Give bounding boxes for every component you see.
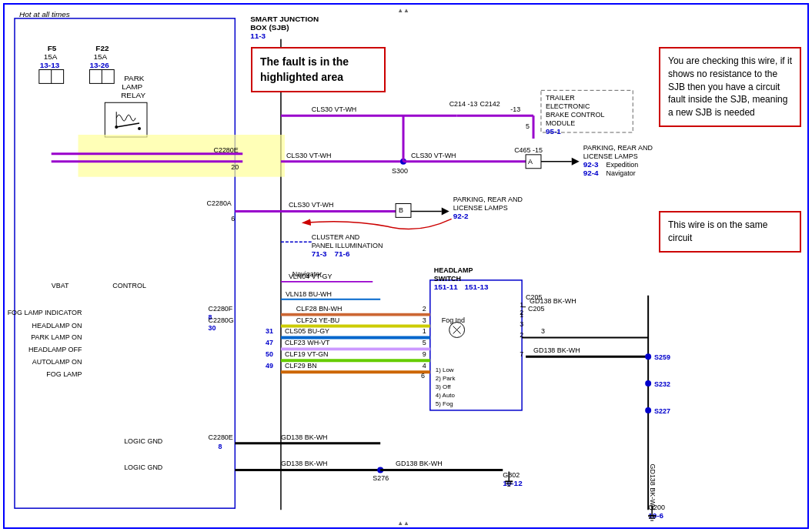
c2280g-label: C2280G xyxy=(209,316,234,324)
f22-ref: 13-26 xyxy=(89,61,109,69)
svg-point-11 xyxy=(115,125,118,129)
c205-pin1: 1 xyxy=(520,301,523,309)
checking-wire-annotation-text: You are checking this wire, if it shows … xyxy=(668,55,792,118)
s300-label: S300 xyxy=(392,167,408,175)
c2280e-pin: 20 xyxy=(231,163,239,171)
headlamp-switch-ref2: 151-13 xyxy=(465,283,489,291)
parking-lamps-a-vehicle1: Expedition xyxy=(606,161,638,169)
switch-pos2: 2) Park xyxy=(436,375,456,382)
park-lamp-on-label: PARK LAMP ON xyxy=(31,333,82,341)
switch-pin7: 7 xyxy=(520,350,523,358)
fault-annotation-box: The fault is in the highlighted area xyxy=(251,47,386,92)
highlight-area xyxy=(79,135,285,177)
c2280e-bottom-label: C2280E xyxy=(209,433,233,441)
vln18-label: VLN18 BU-WH xyxy=(286,290,332,298)
svg-rect-8 xyxy=(105,102,147,137)
clf29-pin-right: 4 xyxy=(423,362,426,370)
sjb-ref: 11-3 xyxy=(250,32,266,40)
b-connector: B xyxy=(399,206,403,214)
relay-label: PARK xyxy=(124,74,145,82)
c2142-pin5: 5 xyxy=(526,122,530,130)
vbat-label: VBAT xyxy=(52,282,69,289)
g302-ref: 10-12 xyxy=(503,479,523,487)
gd138-label-top: GD138 BK-WH xyxy=(530,297,576,305)
g302-label: G302 xyxy=(503,471,520,479)
clf19-pin-right: 9 xyxy=(423,350,426,358)
s227-splice xyxy=(645,407,651,413)
f5-rating: 15A xyxy=(44,52,58,61)
same-circuit-annotation-text: This wire is on the same circuit xyxy=(668,219,767,243)
clf24-pin: 3 xyxy=(423,316,426,324)
clf28-label: CLF28 BN-WH xyxy=(296,305,343,313)
c2142-pin: -13 xyxy=(510,105,520,113)
outer-border: ▲▲ ▲▲ Hot at all times SMART JUNCTION BO… xyxy=(3,3,809,529)
trailer-brake-label3: BRAKE CONTROL xyxy=(546,111,605,119)
gd138-bottom3-label: GD138 BK-WH xyxy=(396,460,443,467)
cluster-ref2: 71-6 xyxy=(335,249,350,258)
parking-lamps-a-ref1: 92-3 xyxy=(583,160,599,169)
headlamp-switch-label: HEADLAMP xyxy=(434,266,473,274)
parking-lamps-b-label2: LICENSE LAMPS xyxy=(453,204,508,212)
clf19-label: CLF19 VT-GN xyxy=(285,350,329,358)
svg-point-12 xyxy=(138,127,141,130)
trailer-brake-label1: TRAILER xyxy=(546,94,575,102)
svg-text:▲▲: ▲▲ xyxy=(397,520,409,527)
parking-lamps-b-ref: 92-2 xyxy=(453,212,469,220)
control-label: CONTROL xyxy=(112,282,146,289)
parking-lamps-b-label1: PARKING, REAR AND xyxy=(453,196,523,203)
c205-right-label: C205 xyxy=(528,305,544,313)
wire-cls30-a: CLS30 VT-WH xyxy=(289,201,334,209)
c2280e-label: C2280E xyxy=(213,146,238,154)
wire-cls30-label2: CLS30 VT-WH xyxy=(411,152,456,159)
parking-lamps-a-vehicle2: Navigator xyxy=(606,169,635,177)
s259-splice xyxy=(645,353,651,360)
clf23-pin-left: 47 xyxy=(266,339,273,346)
c2280a-label: C2280A xyxy=(207,199,232,207)
same-circuit-annotation-box: This wire is on the same circuit xyxy=(659,211,801,253)
s232-splice xyxy=(645,380,651,386)
svg-marker-19 xyxy=(572,158,580,166)
cls05-pin-left: 31 xyxy=(266,327,273,335)
fog-lamp-indicator-label: FOG LAMP INDICATOR xyxy=(8,309,82,316)
f5-ref: 13-13 xyxy=(40,61,60,69)
svg-marker-29 xyxy=(442,207,449,215)
s259-label: S259 xyxy=(654,353,670,361)
c465-a: A xyxy=(528,158,533,166)
switch-right-2: 3 xyxy=(520,320,523,328)
switch-pos4: 4) Auto xyxy=(436,392,456,399)
c2280g-pin: 30 xyxy=(209,325,216,333)
fog-lamp-label: FOG LAMP xyxy=(46,370,82,378)
checking-wire-annotation-box: You are checking this wire, if it shows … xyxy=(659,47,801,127)
c2280a-pin: 6 xyxy=(231,215,235,223)
headlamp-on-label: HEADLAMP ON xyxy=(32,322,82,330)
s227-label: S227 xyxy=(654,407,670,415)
cluster-label2: PANEL ILLUMINATION xyxy=(312,242,383,249)
wire-cls30-upper: CLS30 VT-WH xyxy=(312,105,357,113)
parking-lamps-a-ref2: 92-4 xyxy=(583,169,599,177)
hot-at-all-times-label: Hot at all times xyxy=(19,10,70,18)
clf28-pin: 2 xyxy=(423,305,426,313)
headlamp-switch-box xyxy=(430,280,522,410)
logic-gnd-label1: LOGIC GND xyxy=(124,437,163,445)
cls05-label: CLS05 BU-GY xyxy=(285,327,329,335)
switch-right-3: 2 xyxy=(520,331,523,339)
clf29-label: CLF29 BN xyxy=(285,362,317,370)
clf24-label: CLF24 YE-BU xyxy=(296,316,339,324)
wire-cls30-label1: CLS30 VT-WH xyxy=(286,152,332,159)
c214-label: C214 -13 xyxy=(449,100,478,108)
svg-text:▲▲: ▲▲ xyxy=(397,7,409,14)
headlamp-switch-ref1: 151-11 xyxy=(434,283,458,291)
gd138-label-mid: GD138 BK-WH xyxy=(533,346,580,354)
fog-ind-label: Fog Ind xyxy=(442,316,465,324)
clf23-pin-right: 5 xyxy=(423,339,426,346)
fault-annotation-text: The fault is in the highlighted area xyxy=(260,55,349,83)
cluster-ref1: 71-3 xyxy=(312,249,327,258)
s276-label: S276 xyxy=(373,474,389,482)
switch-pos3: 3) Off xyxy=(436,383,451,390)
gd138-bottom-label: GD138 BK-WH xyxy=(281,433,328,441)
headlamp-switch-label2: SWITCH xyxy=(434,275,461,283)
sjb-label: SMART JUNCTION xyxy=(250,15,319,23)
s232-label: S232 xyxy=(654,380,670,388)
trailer-brake-ref: 95-1 xyxy=(546,127,561,136)
g200-label: G200 xyxy=(648,504,665,511)
